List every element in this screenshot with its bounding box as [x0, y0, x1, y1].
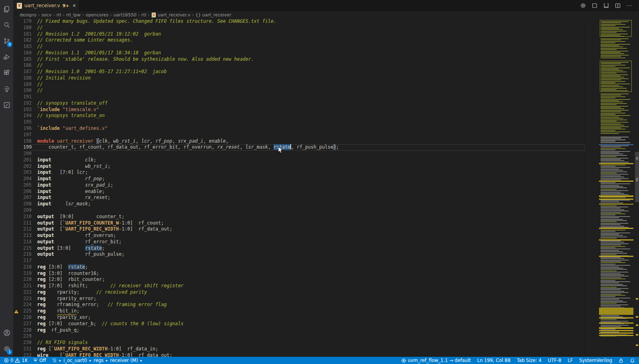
code-line[interactable]: 179// Fixed many bugs. Updated spec. Cha…	[13, 18, 585, 25]
breadcrumb-symbol[interactable]: {}uart_receiver	[196, 12, 232, 18]
breadcrumb-item-rtl[interactable]: rtl	[142, 12, 146, 18]
code-line[interactable]: 216output rf_push_pulse;	[13, 251, 585, 258]
gear-icon[interactable]	[579, 2, 587, 10]
code-line[interactable]: 224reg rframing_error; // framing error …	[13, 302, 585, 308]
code-line[interactable]: 219reg [3:0] rcounter16;	[13, 271, 585, 277]
code-line[interactable]: 202input wb_rst_i;	[13, 163, 585, 170]
flow-selector[interactable]: uvm_ref_flow_1.1 → default	[401, 358, 471, 363]
scrollbar[interactable]	[635, 18, 639, 357]
code-line[interactable]: 228reg rf_push_q;	[13, 327, 585, 334]
breadcrumb-item-rtl_lpw[interactable]: rtl_lpw	[66, 12, 80, 18]
code-line[interactable]: 225reg rbit_in;	[13, 308, 585, 314]
lock-indicator[interactable]	[619, 358, 623, 363]
code-line[interactable]: 191	[13, 94, 585, 100]
source-control-icon[interactable]: 8	[0, 33, 13, 49]
code-line[interactable]: 222reg rparity; // received parity	[13, 289, 585, 296]
problems-indicator[interactable]: 0 1K	[4, 358, 28, 363]
encoding[interactable]: UTF-8	[548, 358, 561, 363]
code-line[interactable]: 195	[13, 119, 585, 125]
line-content: input lsr_mask;	[37, 201, 91, 207]
code-line[interactable]: 227reg [7:0] counter_b; // counts the 0 …	[13, 321, 585, 327]
code-line[interactable]: 180//	[13, 25, 585, 31]
code-line[interactable]: 231reg [`UART_FIFO_REC_WIDTH-1:0] rf_dat…	[13, 346, 585, 352]
cursor-position[interactable]: Ln 199, Col 88	[477, 358, 510, 363]
breadcrumb-item-uart16550[interactable]: uart16550	[114, 12, 137, 18]
language-mode[interactable]: SystemVerilog	[579, 358, 612, 363]
code-line[interactable]: 189//	[13, 82, 585, 88]
account-icon[interactable]	[0, 325, 13, 341]
code-line[interactable]: 192// synopsys translate_off	[13, 100, 585, 107]
testing-icon[interactable]	[0, 81, 13, 97]
code-line[interactable]: 198module uart_receiver (clk, wb_rst_i, …	[13, 138, 585, 145]
code-line[interactable]: 183//	[13, 44, 585, 50]
search-icon[interactable]	[0, 17, 13, 33]
notifications[interactable]	[630, 358, 635, 363]
extensions-icon[interactable]	[0, 65, 13, 81]
code-line[interactable]: 218reg [3:0] rstate;	[13, 264, 585, 271]
code-line[interactable]: 193`include "timescale.v"	[13, 107, 585, 113]
notes-edit-icon[interactable]	[0, 97, 13, 113]
split-editor-icon[interactable]	[614, 2, 622, 10]
code-line[interactable]: 226reg rparity_xor;	[13, 314, 585, 321]
layout-square-icon[interactable]	[591, 2, 599, 10]
code-line[interactable]: 181// Revision 1.2 2001/05/21 19:12:02 g…	[13, 31, 585, 38]
code-line[interactable]: 203input [7:0] lcr;	[13, 169, 585, 176]
code-line[interactable]: 190//	[13, 88, 585, 94]
code-line[interactable]: 212output [`UART_FIFO_REC_WIDTH-1:0] rf_…	[13, 226, 585, 233]
scope-breadcrumb[interactable]: ▸ i_oc_uart0 ▸ regs ▸ receiver (M) ▸	[52, 358, 143, 363]
code-line[interactable]: 201input clk;	[13, 157, 585, 163]
code-line[interactable]: 211output [`UART_FIFO_COUNTER_W-1:0] rf_…	[13, 220, 585, 227]
eol-sequence[interactable]: LF	[568, 358, 573, 363]
code-line[interactable]: 207input rx_reset;	[13, 195, 585, 201]
compare-changes-icon[interactable]	[602, 2, 610, 10]
code-line[interactable]: 184// Revision 1.1 2001/05/17 18:34:18 g…	[13, 50, 585, 56]
code-line[interactable]: 196`include "uart_defines.v"	[13, 125, 585, 132]
line-number: 215	[20, 245, 32, 252]
run-debug-icon[interactable]	[0, 49, 13, 65]
code-line[interactable]: 214output rf_error_bit;	[13, 239, 585, 245]
line-content: // Fixed many bugs. Updated spec. Change…	[37, 18, 276, 25]
breadcrumb-item-rtl[interactable]: rtl	[56, 12, 61, 18]
code-line[interactable]: 186//	[13, 62, 585, 69]
code-line[interactable]: 223reg rparity_error;	[13, 296, 585, 302]
code-line[interactable]: 232wire [`UART_FIFO_REC_WIDTH-1:0] rf_da…	[13, 352, 585, 357]
code-line[interactable]: 215output [3:0] rstate;	[13, 245, 585, 252]
code-line[interactable]: 194// synopsys translate_on	[13, 113, 585, 119]
explorer-icon[interactable]	[0, 1, 13, 17]
indentation[interactable]: Tab Size: 4	[517, 358, 541, 363]
line-number: 192	[20, 100, 32, 107]
more-actions-icon[interactable]: ···	[625, 2, 633, 10]
line-content: // RX FIFO signals	[37, 340, 88, 346]
breadcrumb-item-socv[interactable]: socv	[42, 12, 52, 18]
code-line[interactable]: 209	[13, 207, 585, 214]
settings-gear-icon[interactable]: 1	[0, 341, 13, 357]
code-line[interactable]: 200	[13, 151, 585, 157]
code-line[interactable]: 230// RX FIFO signals	[13, 340, 585, 346]
code-line[interactable]: 217	[13, 258, 585, 264]
code-line[interactable]: 210output [9:0] counter_t;	[13, 214, 585, 220]
code-line[interactable]: 182// Corrected some Linter messages.	[13, 37, 585, 44]
line-content: output [`UART_FIFO_COUNTER_W-1:0] rf_cou…	[37, 220, 164, 227]
code-line[interactable]: 188// Initial revision	[13, 75, 585, 82]
code-line[interactable]: 213output rf_overrun;	[13, 233, 585, 239]
code-line[interactable]: 205input srx_pad_i;	[13, 182, 585, 189]
code-line[interactable]: 206input enable;	[13, 189, 585, 195]
code-line[interactable]: 199 counter_t, rf_count, rf_data_out, rf…	[13, 144, 585, 151]
code-line[interactable]: 185// First 'stable' release. Should be …	[13, 56, 585, 63]
breadcrumb-file[interactable]: V uart_receiver.v	[151, 12, 190, 18]
filter-toggle[interactable]: Off	[33, 358, 46, 363]
code-line[interactable]: 229	[13, 333, 585, 340]
code-line[interactable]: 204input rf_pop;	[13, 176, 585, 182]
minimap[interactable]	[598, 18, 635, 357]
code-line[interactable]: 221reg [7:0] rshift; // receiver shift r…	[13, 283, 585, 289]
breadcrumb-item-designs[interactable]: designs	[20, 12, 36, 18]
code-line[interactable]: 220reg [2:0] rbit_counter;	[13, 276, 585, 283]
code-line[interactable]: 197	[13, 132, 585, 138]
code-line[interactable]: 208input lsr_mask;	[13, 201, 585, 207]
chevron-right-icon: ›	[82, 12, 84, 18]
tab-uart-receiver[interactable]: V uart_receiver.v 9+ ✕	[13, 0, 80, 11]
chevron-right-icon: ›	[148, 12, 150, 18]
breadcrumb-item-opencores[interactable]: opencores	[86, 12, 108, 18]
code-line[interactable]: 187// Revision 1.0 2001-05-17 21:27:11+0…	[13, 69, 585, 75]
close-icon[interactable]: ✕	[72, 3, 76, 8]
